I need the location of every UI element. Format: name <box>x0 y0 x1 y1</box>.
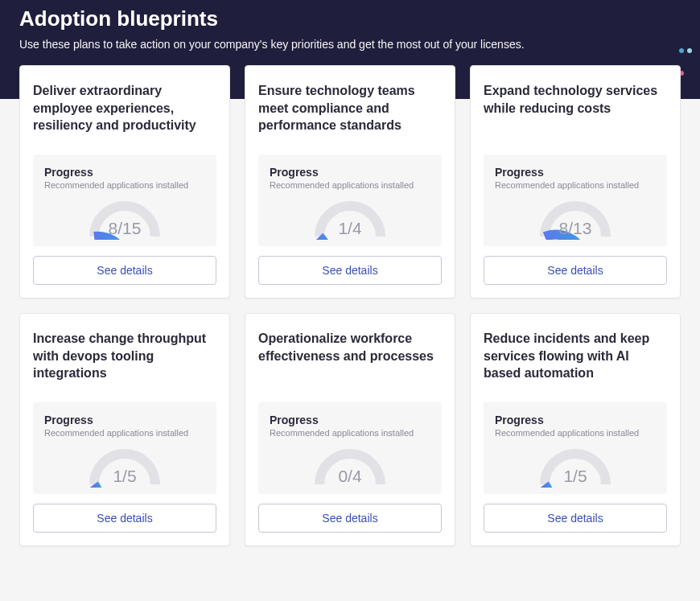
gauge-icon: 1/5 <box>44 443 205 488</box>
see-details-button[interactable]: See details <box>484 504 667 533</box>
see-details-button[interactable]: See details <box>484 256 667 285</box>
progress-count: 1/5 <box>113 467 136 486</box>
progress-count: 8/15 <box>109 219 142 238</box>
progress-sublabel: Recommended applications installed <box>270 428 430 438</box>
gauge-icon: 0/4 <box>270 443 430 488</box>
progress-sublabel: Recommended applications installed <box>270 180 430 190</box>
card-title: Expand technology services while reducin… <box>484 82 667 135</box>
progress-sublabel: Recommended applications installed <box>44 428 205 438</box>
progress-panel: Progress Recommended applications instal… <box>484 402 667 494</box>
gauge-icon: 1/4 <box>270 195 430 240</box>
card-title: Increase change throughput with devops t… <box>33 330 216 383</box>
card-title: Deliver extraordinary employee experienc… <box>33 82 216 135</box>
progress-panel: Progress Recommended applications instal… <box>258 154 442 246</box>
progress-label: Progress <box>270 166 430 179</box>
progress-count: 1/5 <box>563 467 587 486</box>
card-title: Reduce incidents and keep services flowi… <box>484 330 667 383</box>
progress-panel: Progress Recommended applications instal… <box>484 154 667 246</box>
progress-label: Progress <box>270 414 430 426</box>
gauge-icon: 8/15 <box>44 195 205 240</box>
see-details-button[interactable]: See details <box>33 504 216 533</box>
progress-count: 0/4 <box>338 467 361 486</box>
blueprint-card: Deliver extraordinary employee experienc… <box>19 65 230 298</box>
progress-panel: Progress Recommended applications instal… <box>33 402 216 494</box>
see-details-button[interactable]: See details <box>33 256 216 285</box>
progress-count: 1/4 <box>338 219 361 238</box>
progress-panel: Progress Recommended applications instal… <box>33 154 216 246</box>
blueprint-card: Expand technology services while reducin… <box>470 65 681 298</box>
gauge-icon: 1/5 <box>495 443 656 488</box>
blueprint-card: Operationalize workforce effectiveness a… <box>245 313 455 546</box>
progress-label: Progress <box>495 166 656 179</box>
see-details-button[interactable]: See details <box>258 504 442 533</box>
page-title: Adoption blueprints <box>19 6 681 31</box>
page-subtitle: Use these plans to take action on your c… <box>19 38 681 51</box>
progress-sublabel: Recommended applications installed <box>495 180 656 190</box>
progress-sublabel: Recommended applications installed <box>495 428 656 438</box>
progress-count: 8/13 <box>559 219 592 238</box>
progress-sublabel: Recommended applications installed <box>44 180 205 190</box>
progress-label: Progress <box>495 414 656 426</box>
blueprint-grid: Deliver extraordinary employee experienc… <box>0 65 700 566</box>
card-title: Operationalize workforce effectiveness a… <box>258 330 442 383</box>
blueprint-card: Ensure technology teams meet compliance … <box>245 65 455 298</box>
progress-panel: Progress Recommended applications instal… <box>258 402 442 494</box>
progress-label: Progress <box>44 414 205 426</box>
blueprint-card: Increase change throughput with devops t… <box>19 313 230 546</box>
see-details-button[interactable]: See details <box>258 256 442 285</box>
gauge-icon: 8/13 <box>495 195 656 240</box>
blueprint-card: Reduce incidents and keep services flowi… <box>470 313 681 546</box>
card-title: Ensure technology teams meet compliance … <box>258 82 442 135</box>
progress-label: Progress <box>44 166 205 179</box>
